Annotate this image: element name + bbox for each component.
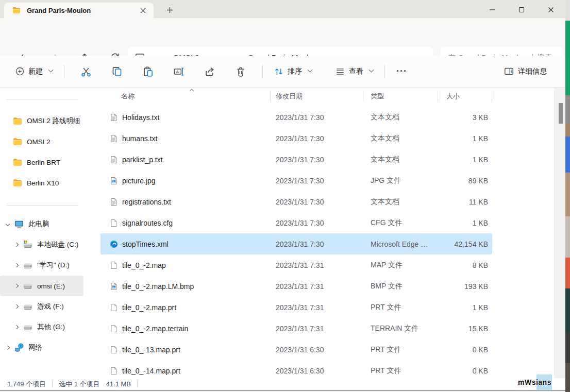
file-type: MAP 文件: [363, 261, 438, 270]
rename-button[interactable]: A: [168, 62, 190, 81]
view-button-label: 查看: [349, 67, 363, 76]
file-type-icon: [110, 303, 118, 312]
tab-close-button[interactable]: [137, 5, 148, 16]
file-name: tile_0_-2.map.LM.bmp: [122, 282, 194, 291]
column-header[interactable]: 大小: [438, 91, 492, 102]
sidebar-item-folder[interactable]: OMSI 2 路线明细: [0, 111, 83, 131]
paste-button[interactable]: [137, 62, 159, 81]
file-name: stopTimes.xml: [122, 240, 169, 248]
sidebar-tree-item[interactable]: "学习" (D:): [0, 255, 83, 276]
table-row[interactable]: humans.txt 2023/1/31 7:30 文本文档 1 KB: [100, 128, 492, 149]
sidebar-tree-item[interactable]: 网络: [0, 337, 83, 358]
file-name: tile_0_-2.map.terrain: [122, 325, 188, 333]
column-header[interactable]: 修改日期: [271, 91, 363, 102]
file-date: 2023/1/31 6:30: [271, 346, 363, 354]
file-date: 2023/1/31 7:31: [271, 303, 363, 312]
tree-chevron-icon[interactable]: [11, 243, 22, 246]
sidebar-item-label: OMSI 2: [27, 138, 51, 146]
table-row[interactable]: picture.jpg 2023/1/31 7:30 JPG 文件 89 KB: [100, 170, 492, 191]
file-size: 0 KB: [438, 367, 492, 375]
copy-button[interactable]: [106, 62, 128, 81]
file-name: tile_0_-13.map.prt: [122, 346, 180, 354]
sidebar-item-label: 其他 (G:): [37, 322, 65, 332]
file-name: picture.jpg: [122, 177, 156, 185]
sort-button-label: 排序: [288, 67, 302, 76]
cut-button[interactable]: [75, 62, 97, 81]
maximize-icon: [518, 7, 525, 13]
list-view-icon: [336, 67, 345, 76]
more-options-button[interactable]: ···: [391, 62, 412, 81]
file-name-cell: tile_0_-2.map.terrain: [100, 325, 271, 333]
tree-chevron-icon[interactable]: [11, 326, 22, 329]
file-name-cell: tile_0_-14.map.prt: [100, 367, 271, 375]
sidebar: OMSI 2 路线明细 OMSI 2 Berlin BRT Berlin X10: [0, 88, 87, 378]
table-row[interactable]: Holidays.txt 2023/1/31 7:30 文本文档 3 KB: [100, 107, 492, 128]
table-row[interactable]: stopTimes.xml 2023/1/31 7:30 Microsoft E…: [100, 233, 492, 254]
sidebar-tree-item[interactable]: 游戏 (F:): [0, 296, 83, 317]
file-date: 2023/1/31 7:30: [271, 240, 363, 248]
tab-grand-paris-moulon[interactable]: Grand Paris-Moulon: [4, 3, 154, 18]
sidebar-item-icon: [23, 261, 33, 270]
sidebar-item-icon: [23, 240, 33, 249]
tree-chevron-icon[interactable]: [3, 346, 13, 349]
details-pane-label: 详细信息: [518, 67, 547, 76]
table-row[interactable]: parklist_p.txt 2023/1/31 7:30 文本文档 1 KB: [100, 149, 492, 170]
address-bar: › ··· › OMSI 2 › maps › Grand Paris-Moul…: [0, 18, 565, 56]
status-divider: [52, 381, 53, 387]
table-row[interactable]: tile_0_-13.map.prt 2023/1/31 6:30 PRT 文件…: [100, 339, 492, 360]
file-name: Holidays.txt: [122, 113, 159, 122]
details-pane-button[interactable]: 详细信息: [499, 62, 552, 80]
table-row[interactable]: tile_0_-14.map.prt 2023/1/31 6:30 PRT 文件…: [100, 360, 492, 378]
file-type: JPG 文件: [363, 176, 438, 185]
window-maximize-button[interactable]: [510, 4, 533, 15]
table-row[interactable]: signalroutes.cfg 2023/1/31 7:30 CFG 文件 1…: [100, 212, 492, 233]
sidebar-tree-item[interactable]: 本地磁盘 (C:): [0, 234, 83, 255]
tree-chevron-icon[interactable]: [11, 305, 22, 308]
new-button[interactable]: 新建: [10, 63, 58, 80]
ellipsis-icon: ···: [396, 66, 407, 77]
rename-icon: A: [174, 66, 184, 77]
sort-button[interactable]: 排序: [269, 63, 317, 80]
table-row[interactable]: tile_0_-2.map.prt 2023/1/31 7:31 PRT 文件 …: [100, 297, 492, 318]
view-button[interactable]: 查看: [330, 63, 378, 80]
sidebar-item-folder[interactable]: OMSI 2: [0, 131, 83, 152]
sidebar-item-folder[interactable]: Berlin BRT: [0, 152, 83, 173]
table-row[interactable]: tile_0_-2.map.terrain 2023/1/31 7:31 TER…: [100, 318, 492, 339]
watermark: mWsians: [518, 374, 565, 391]
sidebar-item-folder[interactable]: Berlin X10: [0, 173, 83, 193]
file-size: 11 KB: [438, 198, 492, 206]
window-close-button[interactable]: [540, 4, 562, 15]
chevron-down-icon: [308, 67, 313, 73]
file-name: tile_0_-2.map: [122, 261, 166, 269]
file-list-scrollbar-thumb[interactable]: [559, 103, 563, 124]
window-minimize-button[interactable]: [481, 4, 504, 15]
sidebar-tree-item[interactable]: 其他 (G:): [0, 317, 83, 337]
file-rows: Holidays.txt 2023/1/31 7:30 文本文档 3 KB hu…: [100, 107, 492, 378]
share-button[interactable]: [199, 62, 221, 81]
file-size: 193 KB: [438, 282, 492, 291]
sidebar-tree-item[interactable]: omsi (E:): [0, 276, 83, 296]
file-size: 15 KB: [438, 325, 492, 333]
table-row[interactable]: registrations.txt 2023/1/31 7:30 文本文档 11…: [100, 191, 492, 212]
items-count: 1,749 个项目: [7, 380, 46, 389]
tree-chevron-icon[interactable]: [11, 264, 22, 267]
sidebar-item-label: 本地磁盘 (C:): [37, 240, 78, 249]
file-list-scrollbar-track[interactable]: [554, 88, 565, 378]
table-row[interactable]: tile_0_-2.map.LM.bmp 2023/1/31 7:31 BMP …: [100, 276, 492, 297]
file-size: 89 KB: [438, 177, 492, 185]
watermark-text: mWsians: [518, 378, 551, 386]
file-type-icon: [110, 219, 118, 227]
file-date: 2023/1/31 7:30: [271, 219, 363, 227]
file-name-cell: signalroutes.cfg: [100, 219, 271, 227]
tree-chevron-icon[interactable]: [11, 284, 22, 287]
file-type: BMP 文件: [363, 282, 438, 291]
column-header[interactable]: 类型: [363, 91, 438, 102]
sidebar-tree-item[interactable]: 此电脑: [0, 214, 83, 234]
delete-button[interactable]: [230, 62, 252, 81]
file-type-icon: [110, 240, 118, 248]
new-tab-button[interactable]: [163, 3, 176, 16]
new-button-label: 新建: [28, 67, 43, 76]
tree-chevron-icon[interactable]: [3, 223, 13, 226]
table-row[interactable]: tile_0_-2.map 2023/1/31 7:31 MAP 文件 8 KB: [100, 254, 492, 276]
column-header[interactable]: 名称: [100, 91, 271, 102]
